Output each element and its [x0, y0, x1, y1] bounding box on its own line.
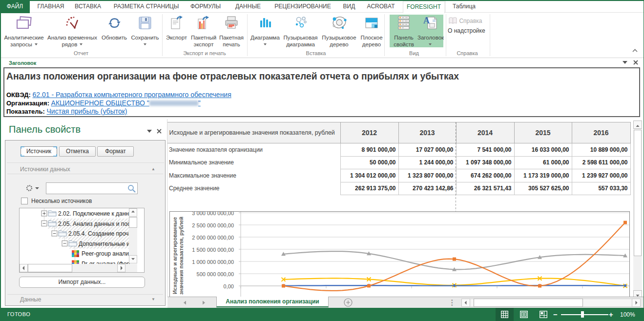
svg-text:2.05.4. Создание прочих: 2.05.4. Создание прочих: [68, 230, 135, 237]
svg-text:Дополнительные ист: Дополнительные ист: [79, 241, 136, 247]
svg-text:Peer-group анализ: Peer-group анализ: [82, 250, 132, 257]
svg-text:2.05. Анализ данных и пост: 2.05. Анализ данных и пост: [58, 221, 133, 227]
svg-text:A: A: [423, 16, 430, 25]
svg-text:2.02. Подключение к данны: 2.02. Подключение к данны: [58, 210, 133, 217]
